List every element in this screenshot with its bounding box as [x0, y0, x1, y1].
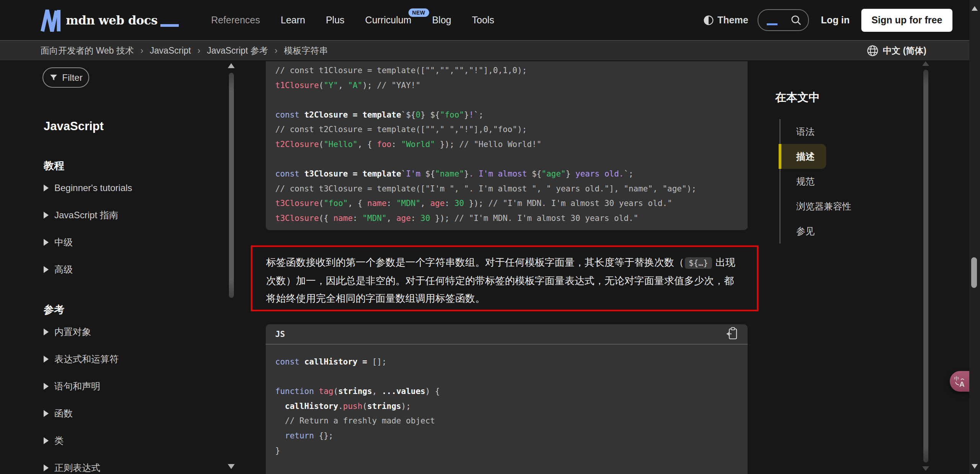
- code-token: 30: [420, 214, 430, 223]
- page-scroll-down-arrow[interactable]: [972, 464, 978, 469]
- breadcrumb-item[interactable]: 面向开发者的 Web 技术: [41, 45, 134, 57]
- code-token: tag: [319, 387, 333, 396]
- nav-item-learn[interactable]: Learn: [281, 15, 305, 26]
- code-token: :: [445, 199, 454, 208]
- breadcrumb: 面向开发者的 Web 技术›JavaScript›JavaScript 参考›模…: [41, 45, 328, 57]
- code-token: 0: [416, 110, 421, 119]
- sidebar-section-heading: 参考: [44, 303, 216, 314]
- svg-text:中: 中: [954, 376, 959, 382]
- globe-icon: [867, 45, 879, 57]
- sidebar-item[interactable]: 中级: [44, 229, 216, 256]
- code-line: function tag(strings, ...values) {: [275, 384, 748, 399]
- sidebar-item[interactable]: JavaScript 指南: [44, 201, 216, 229]
- page-scrollbar-thumb[interactable]: [971, 257, 977, 288]
- top-navbar: mdn web docs ReferencesLearnPlusCurricul…: [0, 0, 980, 40]
- page-scrollbar-track[interactable]: [969, 0, 980, 474]
- sidebar-scrollbar[interactable]: [229, 73, 234, 298]
- code-token: }: [275, 446, 280, 455]
- code-token: t3Closure: [275, 214, 319, 223]
- code-line: return {};: [275, 428, 748, 443]
- content-scroll-up-arrow[interactable]: [922, 61, 929, 66]
- search-input[interactable]: [758, 9, 809, 31]
- code-token: strings: [338, 387, 372, 396]
- sidebar-section: 参考内置对象表达式和运算符语句和声明函数类正则表达式: [44, 303, 216, 474]
- code-line: // const t3Closure = template(["I'm ", "…: [275, 181, 748, 196]
- sidebar-scroll-down-arrow[interactable]: [228, 464, 235, 469]
- toc-item[interactable]: 浏览器兼容性: [781, 194, 924, 219]
- breadcrumb-separator: ›: [198, 46, 201, 56]
- content-scroll-down-arrow[interactable]: [922, 466, 929, 471]
- code-token: "age": [542, 169, 566, 178]
- code-token: [314, 387, 319, 396]
- code-line: }: [275, 443, 748, 458]
- signup-button[interactable]: Sign up for free: [861, 9, 953, 32]
- sidebar-item[interactable]: Beginner's tutorials: [44, 174, 216, 201]
- code-token: // Return a freshly made object: [285, 416, 435, 425]
- toc-heading: 在本文中: [775, 90, 924, 105]
- chevron-right-icon: [44, 410, 49, 417]
- page-scroll-up-arrow[interactable]: [972, 6, 978, 11]
- sidebar-item[interactable]: 高级: [44, 256, 216, 283]
- code-token: [358, 169, 363, 178]
- sidebar-item-label: 表达式和运算符: [54, 353, 119, 365]
- code-token: const: [275, 110, 299, 119]
- nav-item-references[interactable]: References: [211, 15, 260, 26]
- sidebar-section-heading: 教程: [44, 159, 216, 170]
- login-button[interactable]: Log in: [821, 15, 850, 26]
- sidebar-item-label: 中级: [54, 236, 73, 248]
- code-token: `;: [474, 110, 483, 119]
- content-scrollbar[interactable]: [923, 70, 928, 463]
- code-token: =: [353, 110, 358, 119]
- sidebar-item[interactable]: 内置对象: [44, 318, 216, 345]
- toc-item[interactable]: 语法: [781, 119, 924, 144]
- code-token: !: [469, 110, 474, 119]
- toc-item[interactable]: 描述: [781, 144, 826, 169]
- code-line: [275, 369, 748, 384]
- sidebar-scroll-up-arrow[interactable]: [228, 63, 235, 68]
- language-label: 中文 (简体): [883, 45, 926, 57]
- code-token: template: [363, 169, 401, 178]
- code-token: const: [275, 169, 299, 178]
- mdn-logo[interactable]: mdn web docs: [41, 8, 179, 32]
- translate-floating-button[interactable]: 中 A: [950, 371, 969, 392]
- nav-item-curriculum[interactable]: CurriculumNEW: [365, 15, 412, 26]
- code-token: `: [401, 169, 406, 178]
- code-token: ) {: [425, 387, 440, 396]
- code-token: template: [363, 110, 401, 119]
- sidebar-item[interactable]: 表达式和运算符: [44, 345, 216, 373]
- code-token: }: [464, 169, 469, 178]
- nav-item-blog[interactable]: Blog: [432, 15, 451, 26]
- toc-item[interactable]: 参见: [781, 219, 924, 244]
- code-token: // const t2Closure = template([""," ","!…: [275, 125, 527, 134]
- chevron-right-icon: [44, 437, 49, 444]
- code-token: callHistory: [304, 357, 358, 366]
- page: mdn web docs ReferencesLearnPlusCurricul…: [0, 0, 980, 474]
- breadcrumb-item[interactable]: 模板字符串: [284, 45, 328, 57]
- sidebar-section: 教程Beginner's tutorialsJavaScript 指南中级高级: [44, 159, 216, 283]
- sidebar-item[interactable]: 类: [44, 427, 216, 454]
- nav-item-plus[interactable]: Plus: [326, 15, 345, 26]
- sidebar-item[interactable]: 正则表达式: [44, 454, 216, 474]
- nav-item-tools[interactable]: Tools: [472, 15, 494, 26]
- chevron-right-icon: [44, 212, 49, 219]
- sidebar-item[interactable]: 语句和声明: [44, 373, 216, 400]
- breadcrumb-item[interactable]: JavaScript 参考: [207, 45, 268, 57]
- code-token: 30: [454, 199, 464, 208]
- code-token: =: [353, 169, 358, 178]
- breadcrumb-item[interactable]: JavaScript: [150, 46, 191, 56]
- theme-toggle[interactable]: Theme: [704, 15, 748, 26]
- filter-button[interactable]: Filter: [42, 67, 89, 88]
- sidebar-item-label: 函数: [54, 407, 73, 420]
- logo-underscore: [160, 24, 179, 27]
- code-token: callHistory: [285, 402, 338, 411]
- copy-code-button[interactable]: [726, 327, 738, 341]
- chevron-right-icon: [44, 383, 49, 390]
- code-token: `${: [401, 110, 416, 119]
- logo-text: mdn web docs: [66, 13, 157, 27]
- sidebar-item[interactable]: 函数: [44, 400, 216, 427]
- search-cursor: [767, 23, 777, 25]
- code-token: (: [363, 402, 368, 411]
- language-switcher[interactable]: 中文 (简体): [867, 45, 926, 57]
- code-token: "foo": [323, 199, 348, 208]
- toc-item[interactable]: 规范: [781, 169, 924, 194]
